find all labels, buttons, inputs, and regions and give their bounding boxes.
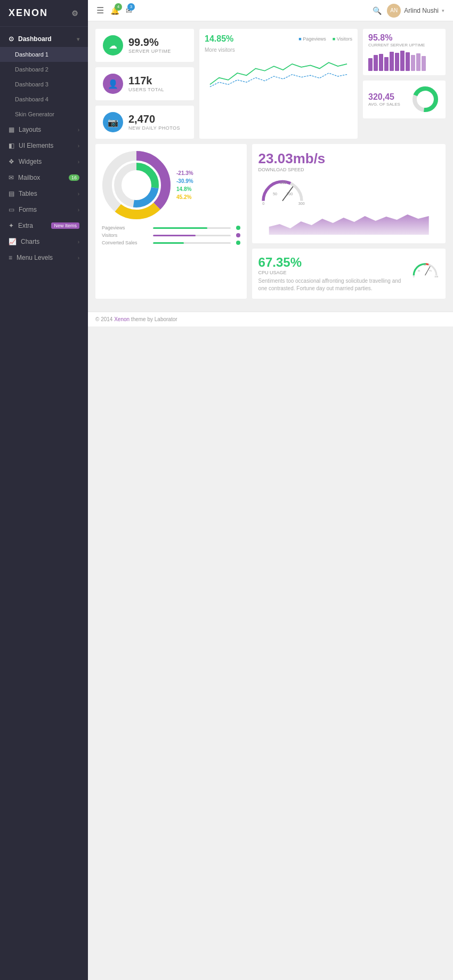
footer1: © 2014 Xenon theme by Laborator: [88, 312, 453, 326]
cpu-card: 67.35% CPU USAGE Sentiments too occasion…: [252, 249, 446, 299]
user-menu[interactable]: AN Arlind Nushi ▾: [387, 4, 444, 18]
speed-wave: [258, 208, 439, 235]
notification-icon[interactable]: 🔔 4: [110, 6, 119, 15]
sparkline-pageviews-label: Pageviews: [102, 225, 150, 230]
stat-card-users: 👤 117k USERS TOTAL: [95, 67, 194, 100]
settings-icon[interactable]: ⚙: [71, 9, 79, 18]
svg-text:50: 50: [273, 192, 277, 196]
right-sales-label: AVG. OF SALES: [368, 102, 400, 107]
photos-icon: 📷: [103, 112, 123, 132]
cpu-label: CPU USAGE: [258, 270, 411, 275]
sparkline-sales-label: Converted Sales: [102, 240, 150, 245]
right-stat-uptime: 95.8% CURRENT SERVER UPTIME: [363, 29, 446, 75]
donut-card: -21.3% -30.9% 14.8% 45.2% Pageviews: [95, 144, 247, 299]
right-stat-sales: 320,45 AVG. OF SALES: [363, 81, 446, 118]
sidebar-item-charts[interactable]: 📈Charts›: [0, 234, 88, 250]
user-dropdown-icon: ▾: [442, 8, 444, 13]
sidebar-sub-dashboard4[interactable]: Dashboard 4: [0, 92, 88, 107]
visitors-chart: [205, 57, 352, 89]
speed-value: 23.03mb/s: [258, 150, 439, 167]
sidebar-item-mailbox[interactable]: ✉Mailbox16: [0, 170, 88, 186]
donut-mini: [411, 85, 440, 114]
cpu-text: Sentiments too occasional affronting sol…: [258, 277, 411, 292]
svg-text:0: 0: [413, 275, 415, 278]
right-sales-value: 320,45: [368, 92, 400, 102]
sidebar-item-extra[interactable]: ✦ExtraNew Items: [0, 218, 88, 234]
donut-chart: [102, 150, 171, 220]
svg-text:100: 100: [434, 275, 439, 278]
sidebar-logo: XENON ⚙: [0, 0, 88, 27]
sidebar-item-menu[interactable]: ≡Menu Levels›: [0, 250, 88, 266]
username: Arlind Nushi: [404, 7, 439, 14]
search-icon[interactable]: 🔍: [373, 6, 382, 15]
sparkline-visitors-label: Visitors: [102, 233, 150, 238]
speed-card: 23.03mb/s DOWNLOAD SPEED 0 150 300 50 20…: [252, 144, 446, 243]
users-icon: 👤: [103, 74, 123, 94]
sidebar-item-dashboard[interactable]: ⊙Dashboard ▾: [0, 31, 88, 47]
sidebar-item-tables[interactable]: ▤Tables›: [0, 186, 88, 202]
sidebar-item-layouts[interactable]: ▦Layouts›: [0, 122, 88, 138]
uptime-label: SERVER UPTIME: [128, 49, 171, 54]
sidebar-item-forms[interactable]: ▭Forms›: [0, 202, 88, 218]
uptime-value: 99.9%: [128, 37, 171, 47]
svg-text:300: 300: [298, 201, 304, 206]
cpu-gauge: 0 50 100 25 75: [411, 255, 439, 284]
svg-text:50: 50: [424, 264, 426, 266]
photos-label: NEW DAILY PHOTOS: [128, 125, 180, 131]
bar-chart-mini: [368, 50, 440, 71]
mail-icon[interactable]: ✉ 3: [126, 6, 132, 15]
right-uptime-label: CURRENT SERVER UPTIME: [368, 43, 440, 47]
svg-text:25: 25: [418, 269, 420, 272]
sidebar-sub-dashboard2[interactable]: Dashboard 2: [0, 62, 88, 77]
svg-marker-14: [269, 214, 428, 235]
users-label: USERS TOTAL: [128, 87, 164, 92]
users-value: 117k: [128, 75, 164, 86]
right-uptime-value: 95.8%: [368, 33, 440, 43]
visitors-pct: 14.85%: [205, 34, 233, 44]
notification-badge: 4: [115, 3, 122, 11]
sidebar-sub-dashboard3[interactable]: Dashboard 3: [0, 77, 88, 92]
main-chart: 14.85% ■ Pageviews ■ Visitors More visit…: [199, 29, 358, 139]
avatar: AN: [387, 4, 401, 18]
svg-text:75: 75: [429, 269, 432, 272]
stat-card-uptime: ☁ 99.9% SERVER UPTIME: [95, 29, 194, 62]
topbar: ☰ 🔔 4 ✉ 3 🔍 AN Arlind Nushi ▾: [88, 0, 453, 21]
chart-sublabel: More visitors: [205, 47, 352, 53]
sidebar-sub-dashboard1[interactable]: Dashboard 1: [0, 47, 88, 62]
uptime-icon: ☁: [103, 35, 123, 55]
photos-value: 2,470: [128, 114, 180, 124]
mail-badge: 3: [127, 3, 135, 11]
cpu-value: 67.35%: [258, 255, 411, 270]
speed-gauge: 0 150 300 50 200: [258, 177, 306, 206]
stat-card-photos: 📷 2,470 NEW DAILY PHOTOS: [95, 106, 194, 139]
sidebar-item-ui[interactable]: ◧UI Elements›: [0, 138, 88, 154]
sidebar-sub-skin[interactable]: Skin Generator: [0, 107, 88, 122]
svg-text:150: 150: [280, 180, 286, 185]
svg-text:0: 0: [262, 201, 264, 206]
sidebar-item-widgets[interactable]: ❖Widgets›: [0, 154, 88, 170]
menu-toggle[interactable]: ☰: [96, 5, 104, 15]
speed-label: DOWNLOAD SPEED: [258, 167, 439, 172]
